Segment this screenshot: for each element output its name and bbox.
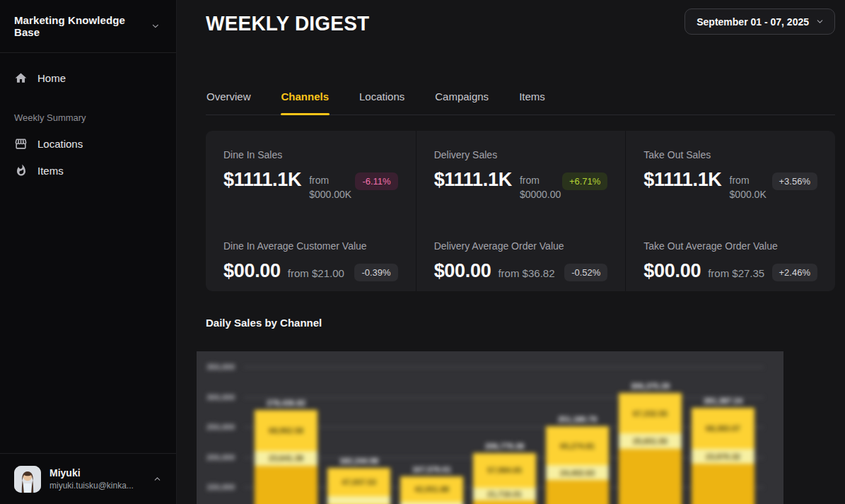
y-axis-label: 350,000 [197, 363, 235, 371]
workspace-label: Marketing Knowledge Base [14, 14, 151, 38]
tab-locations[interactable]: Locations [359, 88, 405, 115]
bar-total-label: 182,244.98 [316, 457, 402, 465]
stat-title: Dine In Sales [223, 149, 398, 160]
stat-previous-value: from $27.35 [708, 267, 764, 279]
bar-segment: 57,984.65 [473, 453, 536, 488]
bar-segment [619, 449, 682, 504]
stat-value-row: $1111.1Kfrom$000.00K-6.11% [223, 170, 398, 201]
bar-segment-label: 68,383.07 [706, 424, 740, 433]
sidebar-item-locations[interactable]: Locations [0, 130, 176, 157]
bar-segment [327, 496, 390, 504]
tab-items[interactable]: Items [518, 88, 546, 115]
bar-segment-label: 25,651.55 [633, 437, 668, 445]
tab-overview[interactable]: Overview [206, 88, 252, 115]
bar-total-label: 167,576.61 [389, 465, 474, 474]
user-name: Miyuki [49, 467, 144, 479]
stat-card: Dine In Average Customer Value$00.00from… [223, 240, 398, 282]
tab-channels[interactable]: Channels [281, 88, 330, 115]
bar-segment-label: 57,984.65 [487, 466, 522, 474]
stat-value: $00.00 [434, 261, 491, 282]
bar-segment: 24,402.63 [546, 465, 609, 480]
stat-title: Take Out Sales [643, 149, 817, 160]
stat-title: Take Out Average Order Value [643, 240, 817, 252]
bar-segment [692, 464, 754, 504]
bar-segment: 23,641.38 [255, 451, 317, 465]
stat-value-row: $00.00from $36.82-0.52% [434, 261, 608, 282]
bar-segment-label: 67,332.55 [633, 409, 668, 418]
user-meta: Miyuki miyuki.tuisku@kinka... [49, 467, 144, 491]
bar: 68,383.0723,970.32 [692, 408, 754, 504]
tab-label: Campaigns [435, 90, 489, 102]
grid-line [244, 367, 764, 368]
bar-segment: 65,274.81 [546, 426, 609, 465]
stat-value-row: $00.00from $27.35+2.46% [643, 261, 817, 282]
stat-previous-value: from $21.00 [288, 267, 344, 279]
date-range-picker[interactable]: September 01 - 07, 2025 [684, 8, 835, 35]
chart-heading: Daily Sales by Channel [206, 317, 322, 329]
user-email: miyuki.tuisku@kinka... [49, 481, 144, 491]
sidebar-item-items[interactable]: Items [0, 157, 176, 184]
chevron-down-icon [815, 17, 824, 26]
stats-card: Dine In Sales$1111.1Kfrom$000.00K-6.11%D… [206, 131, 835, 291]
stat-card: Dine In Sales$1111.1Kfrom$000.00K-6.11% [223, 149, 398, 240]
tab-campaigns[interactable]: Campaigns [434, 88, 489, 115]
change-badge: -0.52% [564, 264, 607, 281]
change-badge: -6.11% [355, 172, 397, 190]
bar-total-label: 251,180.79 [535, 415, 620, 423]
stat-value-row: $00.00from $21.00-0.39% [223, 261, 398, 282]
chevron-down-icon [151, 21, 161, 31]
avatar [14, 466, 41, 493]
change-badge: +6.71% [562, 172, 607, 190]
grid-line [244, 427, 764, 428]
daily-sales-chart: 350,000300,000250,000200,000150,000278,4… [197, 351, 783, 504]
sidebar-item-label: Items [37, 165, 64, 177]
bar-segment-label: 21,716.01 [487, 490, 522, 498]
bar: 57,984.6521,716.01 [473, 453, 536, 504]
tab-label: Items [519, 90, 545, 102]
stat-card: Take Out Sales$1111.1Kfrom$000.0K+3.56% [643, 149, 817, 240]
bar-total-label: 281,387.24 [680, 397, 766, 405]
tab-bar: OverviewChannelsLocationsCampaignsItems [206, 88, 835, 115]
stat-previous-value: from$000.00K [309, 173, 351, 201]
y-axis-label: 300,000 [197, 393, 235, 402]
y-axis-label: 250,000 [197, 423, 235, 431]
bar-total-label: 278,436.82 [243, 399, 329, 407]
bar-segment-label: 24,402.63 [560, 469, 595, 477]
bar-segment-label: 42,051.88 [414, 485, 449, 493]
chart-plot-area: 350,000300,000250,000200,000150,000278,4… [197, 351, 783, 504]
bar-segment: 68,962.58 [255, 410, 317, 452]
chevron-up-icon [153, 474, 162, 484]
stat-value-row: $1111.1Kfrom$000.0K+3.56% [643, 170, 817, 201]
sidebar-nav: Home Weekly Summary Locations Items [0, 53, 176, 453]
active-tab-indicator [281, 113, 330, 115]
stat-value-row: $1111.1Kfrom$0000.00+6.71% [434, 170, 608, 201]
bar-segment [255, 466, 317, 504]
stat-column: Take Out Sales$1111.1Kfrom$000.0K+3.56%T… [625, 131, 835, 291]
sidebar-section-label: Weekly Summary [0, 91, 176, 130]
stat-title: Dine In Average Customer Value [223, 240, 398, 252]
stat-value: $00.00 [223, 261, 281, 282]
sidebar-item-label: Home [37, 72, 66, 84]
bar: 68,962.5823,641.38 [255, 410, 317, 504]
sidebar-item-home[interactable]: Home [0, 64, 176, 91]
bar-total-label: 206,779.38 [462, 442, 547, 450]
bar-segment: 42,051.88 [400, 476, 463, 502]
bar-segment-label: 68,962.58 [269, 426, 303, 435]
tab-label: Channels [281, 90, 330, 102]
bar: 42,051.88 [400, 476, 463, 504]
bar: 47,007.53 [327, 468, 390, 504]
y-axis-label: 150,000 [197, 483, 235, 491]
date-range-label: September 01 - 07, 2025 [697, 16, 809, 28]
bar-segment: 47,007.53 [327, 468, 390, 496]
bar-segment-label: 23,970.32 [706, 452, 740, 461]
user-menu[interactable]: Miyuki miyuki.tuisku@kinka... [0, 453, 176, 504]
tab-label: Locations [359, 90, 404, 102]
stat-column: Dine In Sales$1111.1Kfrom$000.00K-6.11%D… [206, 131, 416, 291]
main-content: WEEKLY DIGEST September 01 - 07, 2025 Ov… [177, 0, 845, 504]
app-root: Marketing Knowledge Base Home Weekly Sum… [0, 0, 845, 504]
stat-card: Delivery Sales$1111.1Kfrom$0000.00+6.71% [434, 149, 608, 240]
workspace-switcher[interactable]: Marketing Knowledge Base [0, 0, 176, 53]
bar-segment: 23,970.32 [692, 449, 754, 463]
change-badge: -0.39% [354, 264, 397, 281]
bar-total-label: 306,375.39 [607, 382, 693, 390]
